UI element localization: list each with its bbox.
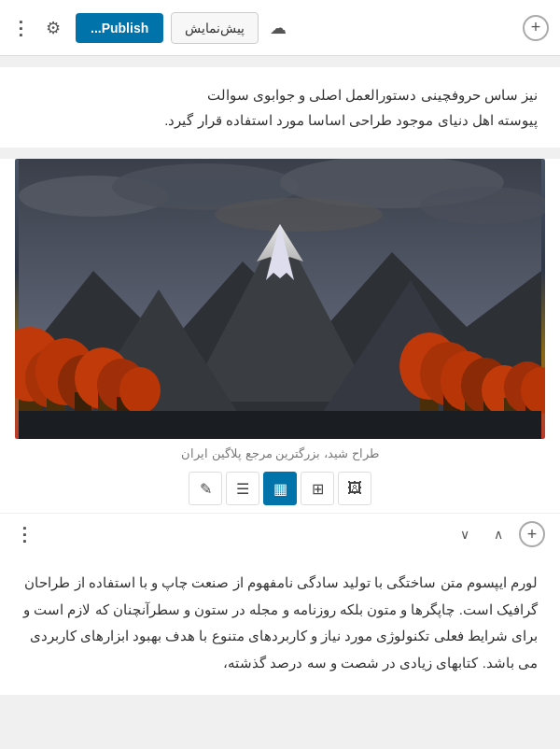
settings-icon[interactable]: ⚙ <box>38 13 68 43</box>
move-down-button[interactable]: ∨ <box>452 521 478 547</box>
svg-point-23 <box>119 367 161 414</box>
center-align-button[interactable]: ▦ <box>263 472 297 505</box>
image-toolbar: ✎ ☰ ▦ ⊞ 🖼 <box>0 464 560 514</box>
add-block-button[interactable]: + <box>519 521 545 547</box>
cloud-save-icon: ☁ <box>270 18 287 38</box>
block-controls: ⋮ ∨ ∧ + <box>0 514 560 555</box>
move-up-button[interactable]: ∧ <box>485 521 511 547</box>
edit-image-button[interactable]: ✎ <box>189 472 222 505</box>
svg-point-4 <box>420 187 545 224</box>
add-block-button-top[interactable]: + <box>523 15 549 41</box>
svg-point-5 <box>215 198 383 232</box>
preview-button[interactable]: پیش‌نمایش <box>171 12 259 44</box>
text-content-block: نیز ساس حروفچینی دستورالعمل اصلی و جوابو… <box>0 67 560 148</box>
list-view-button[interactable]: ☰ <box>226 472 259 505</box>
more-options-icon[interactable]: ⋮ <box>11 17 31 39</box>
table-view-button[interactable]: ⊞ <box>301 472 334 505</box>
intro-text: نیز ساس حروفچینی دستورالعمل اصلی و جوابو… <box>22 82 538 133</box>
paragraph-block: لورم ایپسوم متن ساختگی با تولید سادگی نا… <box>0 555 560 695</box>
mountain-scene-svg <box>15 159 545 439</box>
block-more-options-icon[interactable]: ⋮ <box>15 523 35 545</box>
top-toolbar: ⋮ ⚙ ...Publish پیش‌نمایش ☁ + <box>0 0 560 56</box>
publish-button[interactable]: ...Publish <box>76 13 163 43</box>
image-caption: طراح شید، بزرگترین مرجع پلاگین ایران <box>15 439 545 464</box>
image-placeholder[interactable] <box>15 159 545 439</box>
svg-rect-37 <box>19 411 541 439</box>
gallery-view-button[interactable]: 🖼 <box>338 472 371 505</box>
paragraph-text[interactable]: لورم ایپسوم متن ساختگی با تولید سادگی نا… <box>22 570 538 676</box>
editor-container: ⋮ ⚙ ...Publish پیش‌نمایش ☁ + نیز ساس حرو… <box>0 0 560 749</box>
image-block: طراح شید، بزرگترین مرجع پلاگین ایران <box>0 159 560 464</box>
